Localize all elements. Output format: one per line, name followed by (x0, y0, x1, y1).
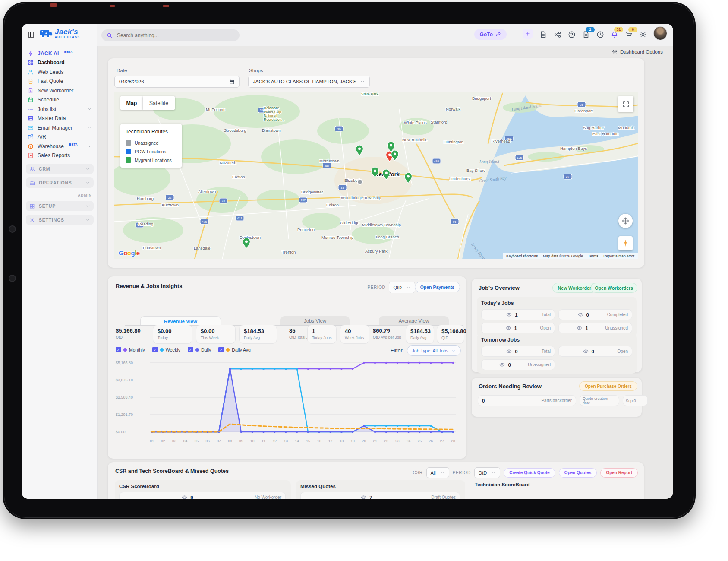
map-attribution-link[interactable]: Terms (588, 254, 598, 258)
orders-sort-value[interactable]: Sep 0... (623, 395, 648, 406)
sidebar-item-fast-quote[interactable]: Fast Quote (26, 77, 94, 86)
series-toggle-daily[interactable]: ✓Daily (188, 347, 211, 352)
sidebar-item-schedule[interactable]: Schedule (26, 95, 94, 105)
sidebar-group-setup[interactable]: SETUP (26, 201, 94, 211)
fullscreen-button[interactable] (618, 96, 633, 112)
legend-swatch (126, 140, 131, 146)
job-stat-row-open[interactable]: 0Open (558, 346, 632, 357)
date-label: Date (117, 68, 127, 73)
series-toggle-weekly[interactable]: ✓Weekly (152, 347, 180, 352)
job-stat-value: 0 (515, 349, 517, 354)
date-input[interactable]: 04/28/2026 (114, 76, 240, 88)
period-select[interactable]: QtD (389, 282, 415, 293)
sidebar-item-web-leads[interactable]: Web Leads (26, 67, 94, 77)
stat-qtd: $5,166.80QtD (437, 325, 464, 344)
open-quotes-button[interactable]: Open Quotes (559, 468, 597, 478)
global-search[interactable] (101, 29, 240, 41)
revenue-chart[interactable]: $5,166.80$3,875.10$2,583.40$1,291.70$0.0… (108, 358, 466, 455)
search-input[interactable] (116, 32, 226, 39)
sidebar-item-email-manager[interactable]: Email Manager (26, 123, 94, 133)
beta-badge: BETA (64, 50, 73, 53)
sidebar-item-dashboard[interactable]: Dashboard (26, 58, 94, 68)
goto-button[interactable]: GoTo (474, 29, 507, 40)
open-payments-button[interactable]: Open Payments (415, 282, 460, 292)
series-toggle-daily-avg[interactable]: ✓Daily Avg (218, 347, 251, 352)
documents-icon[interactable]: 1 (582, 31, 590, 38)
svg-text:16: 16 (317, 439, 321, 443)
job-type-value: Job Type: All Jobs (412, 348, 448, 353)
map-attribution-link[interactable]: Map data ©2026 Google (543, 254, 583, 258)
open-report-button[interactable]: Open Report (600, 468, 638, 478)
eye-icon (506, 349, 512, 354)
sidebar-item-label: Email Manager (38, 125, 72, 131)
job-stat-row-total[interactable]: 0Total (481, 346, 555, 357)
sidebar-group-settings[interactable]: SETTINGS (26, 215, 94, 225)
csr-scoreboard-row[interactable]: 9 No Workorder (119, 492, 286, 499)
sidebar-group-crm[interactable]: CRM (26, 164, 94, 174)
user-avatar[interactable] (653, 26, 667, 40)
job-stat-row-completed[interactable]: 0Completed (558, 309, 632, 320)
tab-jobs-view[interactable]: Jobs View (280, 316, 350, 326)
chevron-down-icon (360, 79, 365, 84)
sidebar-item-a-r[interactable]: A/R (26, 133, 94, 142)
create-quick-quote-button[interactable]: Create Quick Quote (504, 468, 555, 478)
shops-select[interactable]: JACK'S AUTO GLASS OF HAMPTON, JACK'S AUT… (248, 76, 370, 88)
chevron-down-icon (491, 470, 496, 475)
notes-icon[interactable] (539, 31, 547, 38)
sidebar-item-new-workorder[interactable]: New Workorder (26, 86, 94, 95)
map-type-satellite-button[interactable]: Satellite (143, 96, 175, 110)
tab-average-view[interactable]: Average View (379, 316, 449, 326)
theme-toggle-icon[interactable] (639, 31, 647, 38)
job-type-filter[interactable]: Job Type: All Jobs (407, 345, 461, 356)
calendar-icon[interactable] (229, 79, 235, 85)
sidebar-item-warehouse[interactable]: WarehouseBETA (26, 142, 94, 151)
google-logo[interactable]: Google (119, 249, 140, 257)
cart-icon[interactable]: 6 (625, 31, 633, 38)
svg-text:Riverhead: Riverhead (492, 139, 510, 143)
sidebar-item-jobs-list[interactable]: Jobs list (26, 105, 94, 114)
sidebar-item-label: JACK AI (38, 51, 59, 57)
history-icon[interactable] (596, 31, 604, 38)
share-icon[interactable] (554, 31, 561, 38)
orders-sort-field[interactable]: Quote creation date (580, 395, 619, 406)
pegman-button[interactable] (618, 236, 633, 250)
svg-text:20: 20 (362, 439, 366, 443)
brand-logo[interactable]: Jack's AUTO GLASS (40, 28, 80, 39)
docplus-icon (28, 88, 34, 94)
sidebar-collapse-icon[interactable] (27, 31, 35, 38)
new-workorder-button[interactable]: New Workorder (552, 283, 597, 293)
job-stat-row-open[interactable]: 1Open (481, 323, 555, 333)
job-stat-row-total[interactable]: 1Total (481, 309, 555, 320)
scoreboard-period-select[interactable]: QtD (474, 467, 501, 478)
series-toggle-monthly[interactable]: ✓Monthly (116, 347, 145, 352)
sidebar-item-master-data[interactable]: Master Data (26, 114, 94, 124)
goto-label: GoTo (480, 32, 493, 38)
svg-text:02: 02 (161, 439, 165, 443)
map-attribution-link[interactable]: Report a map error (603, 254, 634, 258)
dashboard-options-button[interactable]: Dashboard Options (612, 49, 663, 54)
open-workorders-button[interactable]: Open Workorders (591, 283, 638, 293)
map[interactable]: 2098028728778476611202332232249525A27259… (114, 92, 638, 259)
csr-select[interactable]: All (426, 467, 449, 478)
checkbox-checked-icon: ✓ (188, 347, 193, 352)
stat-label: Today Jobs (312, 336, 332, 340)
add-button[interactable] (523, 29, 533, 39)
svg-text:Monroe Township: Monroe Township (321, 235, 353, 240)
job-stat-row-unassigned[interactable]: 1Unassigned (558, 323, 632, 333)
legend-title: Technician Routes (126, 129, 176, 135)
sidebar-group-operations[interactable]: OPERATIONS (26, 177, 94, 188)
job-stat-row-unassigned[interactable]: 0Unassigned (481, 359, 555, 370)
missed-quotes-row[interactable]: 7 Draft Quotes (300, 492, 460, 499)
map-type-map-button[interactable]: Map (120, 96, 143, 110)
notifications-icon[interactable]: 31 (611, 31, 618, 38)
open-purchase-orders-button[interactable]: Open Purchase Orders (579, 381, 637, 391)
svg-text:Middletown Township: Middletown Township (362, 222, 401, 227)
sidebar-item-jack-ai[interactable]: JACK AIBETA (26, 49, 94, 58)
pan-control-button[interactable] (618, 214, 633, 228)
series-label: Monthly (129, 347, 145, 352)
map-attribution-link[interactable]: Keyboard shortcuts (506, 254, 538, 258)
sidebar-item-sales-reports[interactable]: Sales Reports (26, 151, 94, 161)
stat-label: QtD (441, 336, 460, 340)
orders-count-row[interactable]: 0 Parts backorder (478, 395, 576, 406)
help-icon[interactable] (568, 31, 576, 38)
